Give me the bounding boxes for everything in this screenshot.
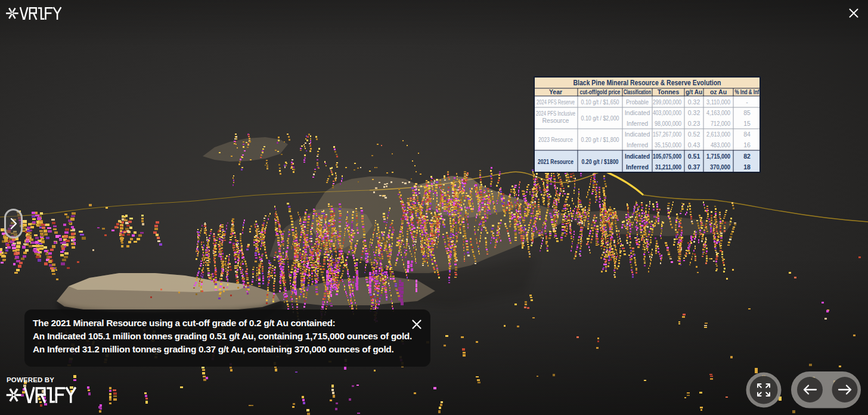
svg-text:15: 15: [743, 120, 751, 127]
svg-text:Indicated: Indicated: [625, 131, 650, 138]
svg-text:157,267,000: 157,267,000: [653, 131, 681, 138]
svg-text:0.10 g/t / $1,650: 0.10 g/t / $1,650: [581, 98, 619, 106]
svg-text:0.43: 0.43: [688, 141, 700, 148]
svg-text:0.51: 0.51: [688, 153, 700, 160]
svg-text:0.32: 0.32: [688, 98, 700, 106]
svg-text:-: -: [746, 98, 748, 106]
svg-text:% Ind & Inf: % Ind & Inf: [735, 88, 760, 95]
svg-text:oz Au: oz Au: [710, 88, 727, 95]
svg-text:Resource: Resource: [542, 117, 569, 124]
svg-text:2023 Resource: 2023 Resource: [538, 136, 573, 143]
svg-text:1,715,000: 1,715,000: [706, 153, 730, 160]
svg-text:Inferred: Inferred: [627, 141, 648, 148]
svg-text:370,000: 370,000: [710, 163, 730, 171]
svg-text:0.10 g/t / $2,000: 0.10 g/t / $2,000: [581, 114, 619, 122]
svg-text:2024 PFS Inclusive: 2024 PFS Inclusive: [536, 110, 575, 117]
svg-text:0.23: 0.23: [688, 120, 700, 127]
svg-text:Indicated: Indicated: [625, 109, 650, 116]
svg-text:0.32: 0.32: [688, 109, 700, 116]
svg-text:85: 85: [743, 109, 751, 116]
svg-text:105,075,000: 105,075,000: [653, 153, 681, 160]
svg-text:Year: Year: [549, 88, 562, 95]
svg-text:cut-off/gold price: cut-off/gold price: [580, 88, 621, 95]
svg-text:Inferred: Inferred: [627, 120, 648, 127]
svg-text:Probable: Probable: [626, 98, 649, 106]
svg-text:403,000,000: 403,000,000: [653, 109, 681, 116]
svg-text:483,000: 483,000: [711, 141, 730, 148]
svg-text:16: 16: [743, 141, 751, 148]
svg-text:4,163,000: 4,163,000: [706, 109, 730, 116]
svg-text:0.20 g/t / $1800: 0.20 g/t / $1800: [582, 158, 619, 165]
svg-text:31,211,000: 31,211,000: [655, 163, 681, 171]
svg-text:35,150,000: 35,150,000: [655, 141, 681, 148]
svg-text:Tonnes: Tonnes: [658, 88, 680, 95]
svg-text:Indicated: Indicated: [625, 153, 650, 160]
svg-text:18: 18: [743, 163, 751, 171]
svg-text:3,110,000: 3,110,000: [706, 98, 730, 106]
svg-text:g/t Au: g/t Au: [686, 88, 702, 95]
svg-text:82: 82: [743, 153, 751, 160]
svg-text:84: 84: [743, 131, 751, 138]
svg-text:Black Pine Mineral Resource &: Black Pine Mineral Resource & Reserve Ev…: [574, 78, 721, 87]
svg-text:2,613,000: 2,613,000: [706, 131, 730, 138]
svg-text:Inferred: Inferred: [626, 163, 649, 171]
svg-text:712,000: 712,000: [711, 120, 730, 127]
svg-text:0.52: 0.52: [688, 131, 700, 138]
svg-text:299,000,000: 299,000,000: [653, 98, 681, 106]
svg-text:Classification: Classification: [624, 88, 651, 95]
svg-text:0.37: 0.37: [688, 163, 700, 171]
svg-text:0.20 g/t / $1,800: 0.20 g/t / $1,800: [581, 136, 619, 143]
svg-text:2021 Resource: 2021 Resource: [538, 158, 574, 165]
svg-text:2024 PFS Reserve: 2024 PFS Reserve: [537, 98, 575, 106]
svg-text:98,000,000: 98,000,000: [655, 120, 681, 127]
